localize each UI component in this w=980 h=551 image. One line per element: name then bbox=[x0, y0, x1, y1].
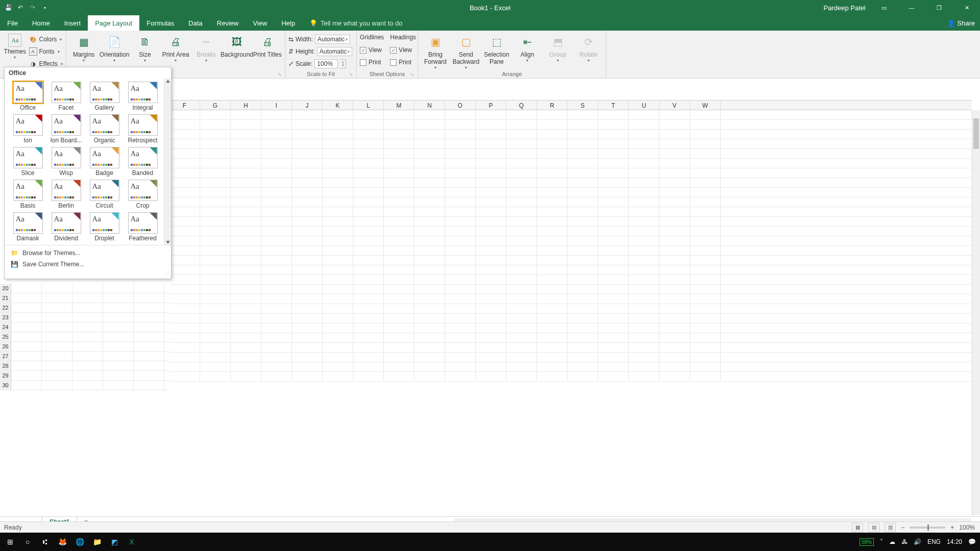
theme-option-ion-board-[interactable]: AaIon Board... bbox=[48, 114, 84, 144]
scale-field[interactable]: 100% bbox=[314, 59, 338, 68]
row-header[interactable]: 25 bbox=[0, 332, 11, 341]
column-header[interactable]: S bbox=[568, 101, 598, 110]
tab-data[interactable]: Data bbox=[181, 15, 209, 31]
scale-spinner[interactable]: ▲▼ bbox=[340, 59, 346, 68]
selection-pane-button[interactable]: ⬚Selection Pane bbox=[482, 32, 511, 65]
row-header[interactable]: 23 bbox=[0, 313, 11, 322]
row-header[interactable]: 28 bbox=[0, 361, 11, 370]
theme-option-slice[interactable]: AaSlice bbox=[10, 147, 46, 177]
breaks-button[interactable]: ┅Breaks▾ bbox=[192, 32, 220, 63]
themes-button[interactable]: Aa Themes ▾ bbox=[3, 32, 27, 60]
sheet-options-launcher-icon[interactable]: ⤡ bbox=[410, 72, 414, 77]
row-header[interactable]: 29 bbox=[0, 371, 11, 380]
column-header[interactable]: K bbox=[323, 101, 353, 110]
column-header[interactable]: L bbox=[353, 101, 384, 110]
redo-icon[interactable]: ↷ bbox=[28, 3, 38, 13]
theme-option-badge[interactable]: AaBadge bbox=[86, 147, 122, 177]
column-header[interactable]: F bbox=[169, 101, 200, 110]
row-header[interactable]: 26 bbox=[0, 342, 11, 351]
row-header[interactable]: 30 bbox=[0, 381, 11, 390]
size-button[interactable]: 🗎Size▾ bbox=[131, 32, 159, 63]
theme-option-feathered[interactable]: AaFeathered bbox=[125, 212, 161, 242]
print-area-button[interactable]: 🖨Print Area▾ bbox=[161, 32, 190, 63]
tell-me-search[interactable]: 💡 Tell me what you want to do bbox=[302, 15, 402, 31]
theme-option-damask[interactable]: AaDamask bbox=[10, 212, 46, 242]
vertical-scrollbar[interactable] bbox=[972, 110, 980, 429]
column-header[interactable]: H bbox=[231, 101, 261, 110]
save-theme-menuitem[interactable]: 💾Save Current Theme... bbox=[5, 259, 171, 270]
minimize-icon[interactable]: — bbox=[902, 0, 921, 15]
headings-print-check[interactable]: Print bbox=[390, 57, 416, 67]
tab-page-layout[interactable]: Page Layout bbox=[88, 15, 139, 31]
resize-grip-icon[interactable]: ⋰ bbox=[5, 270, 171, 277]
column-header[interactable]: U bbox=[629, 101, 659, 110]
column-header[interactable]: N bbox=[414, 101, 445, 110]
close-icon[interactable]: ✕ bbox=[958, 0, 976, 15]
theme-option-gallery[interactable]: AaGallery bbox=[86, 82, 122, 111]
theme-option-banded[interactable]: AaBanded bbox=[125, 147, 161, 177]
gridlines-print-check[interactable]: Print bbox=[360, 57, 384, 67]
scale-launcher-icon[interactable]: ⤡ bbox=[349, 72, 353, 77]
tab-review[interactable]: Review bbox=[210, 15, 246, 31]
maximize-icon[interactable]: ❐ bbox=[930, 0, 948, 15]
width-field[interactable]: Automatic▾ bbox=[315, 35, 350, 44]
qat-more-icon[interactable]: ▾ bbox=[40, 3, 50, 13]
theme-option-ion[interactable]: AaIon bbox=[10, 114, 46, 144]
theme-option-crop[interactable]: AaCrop bbox=[125, 180, 161, 209]
tab-formulas[interactable]: Formulas bbox=[139, 15, 181, 31]
spreadsheet-grid-lower[interactable]: 2021222324252627282930 bbox=[0, 284, 169, 429]
column-header[interactable]: W bbox=[690, 101, 721, 110]
theme-option-retrospect[interactable]: AaRetrospect bbox=[125, 114, 161, 144]
gridlines-view-check[interactable]: ✓View bbox=[360, 45, 384, 55]
column-header[interactable]: I bbox=[261, 101, 292, 110]
align-button[interactable]: ⇤Align▾ bbox=[513, 32, 542, 63]
row-header[interactable]: 27 bbox=[0, 352, 11, 361]
row-header[interactable]: 22 bbox=[0, 303, 11, 312]
row-header[interactable]: 24 bbox=[0, 322, 11, 332]
tab-file[interactable]: File bbox=[0, 15, 25, 31]
headings-view-check[interactable]: ✓View bbox=[390, 45, 416, 55]
browse-themes-menuitem[interactable]: 📁Browse for Themes... bbox=[5, 247, 171, 259]
column-header[interactable]: P bbox=[476, 101, 506, 110]
share-button[interactable]: 👤 Share bbox=[947, 15, 975, 31]
bring-forward-button[interactable]: ▣Bring Forward▾ bbox=[421, 32, 450, 70]
tab-view[interactable]: View bbox=[246, 15, 274, 31]
page-setup-launcher-icon[interactable]: ⤡ bbox=[278, 72, 282, 77]
column-header[interactable]: T bbox=[598, 101, 629, 110]
background-button[interactable]: 🖼Background bbox=[223, 32, 251, 58]
theme-option-basis[interactable]: AaBasis bbox=[10, 180, 46, 209]
theme-option-berlin[interactable]: AaBerlin bbox=[48, 180, 84, 209]
theme-option-dividend[interactable]: AaDividend bbox=[48, 212, 84, 242]
user-name[interactable]: Pardeep Patel bbox=[824, 4, 866, 12]
ribbon-display-icon[interactable]: ▭ bbox=[875, 0, 893, 15]
tab-help[interactable]: Help bbox=[274, 15, 302, 31]
save-icon[interactable]: 💾 bbox=[3, 3, 13, 13]
theme-option-facet[interactable]: AaFacet bbox=[48, 82, 84, 111]
row-header[interactable]: 20 bbox=[0, 284, 11, 293]
orientation-button[interactable]: 📄Orientation▾ bbox=[100, 32, 129, 63]
tab-insert[interactable]: Insert bbox=[57, 15, 88, 31]
margins-button[interactable]: ▦Margins▾ bbox=[69, 32, 98, 63]
column-header[interactable]: V bbox=[659, 101, 690, 110]
theme-option-wisp[interactable]: AaWisp bbox=[48, 147, 84, 177]
colors-button[interactable]: 🎨Colors▾ bbox=[29, 34, 63, 45]
row-header[interactable]: 21 bbox=[0, 293, 11, 303]
column-header[interactable]: G bbox=[200, 101, 231, 110]
column-header[interactable]: O bbox=[445, 101, 476, 110]
column-header[interactable]: R bbox=[537, 101, 568, 110]
themes-scrollbar[interactable] bbox=[164, 79, 171, 245]
fonts-button[interactable]: AFonts▾ bbox=[29, 46, 63, 57]
theme-option-circuit[interactable]: AaCircuit bbox=[86, 180, 122, 209]
height-field[interactable]: Automatic▾ bbox=[317, 47, 352, 56]
column-header[interactable]: M bbox=[384, 101, 414, 110]
send-backward-button[interactable]: ▢Send Backward▾ bbox=[452, 32, 480, 70]
theme-option-integral[interactable]: AaIntegral bbox=[125, 82, 161, 111]
column-header[interactable]: Q bbox=[506, 101, 537, 110]
theme-option-organic[interactable]: AaOrganic bbox=[86, 114, 122, 144]
tab-home[interactable]: Home bbox=[25, 15, 57, 31]
spreadsheet-grid[interactable] bbox=[169, 110, 972, 429]
print-titles-button[interactable]: 🖨Print Titles bbox=[253, 32, 282, 58]
theme-option-office[interactable]: AaOffice bbox=[10, 82, 46, 111]
theme-option-droplet[interactable]: AaDroplet bbox=[86, 212, 122, 242]
column-header[interactable]: J bbox=[292, 101, 323, 110]
